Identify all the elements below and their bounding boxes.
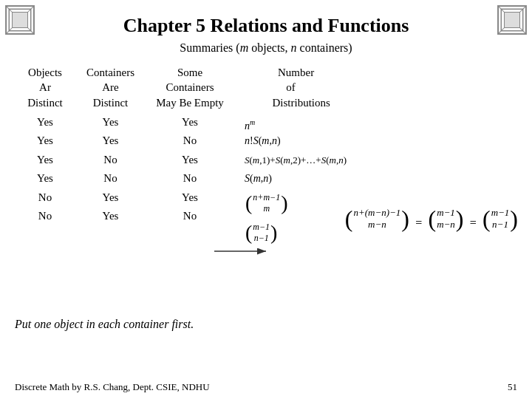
corner-decoration-tl — [4, 4, 35, 35]
col2-rows: Yes Yes No No Yes Yes — [75, 113, 146, 226]
put-object-text: Put one object in each container first. — [15, 318, 194, 331]
arrow-annotation — [214, 244, 273, 262]
col1-rows: Yes Yes Yes Yes No No — [15, 113, 75, 226]
corner-decoration-tr — [497, 4, 528, 35]
svg-rect-9 — [505, 13, 520, 28]
footer: Discrete Math by R.S. Chang, Dept. CSIE,… — [15, 381, 517, 393]
footer-right: 51 — [508, 381, 517, 393]
footer-left: Discrete Math by R.S. Chang, Dept. CSIE,… — [15, 381, 210, 393]
subtitle: Summaries (m objects, n containers) — [15, 41, 517, 55]
page-title: Chapter 5 Relations and Functions — [15, 15, 517, 37]
col2-header: ContainersAreDistinct — [75, 65, 146, 110]
col1-header: ObjectsArDistinct — [15, 65, 75, 110]
svg-rect-2 — [13, 13, 28, 28]
formula-block: ( n+(m−n)−1 m−n ) = ( m−1 m−n ) = ( — [344, 207, 519, 232]
col3-header: SomeContainersMay Be Empty — [146, 65, 234, 110]
col3-rows: Yes No Yes No Yes No — [146, 113, 234, 226]
slide: Chapter 5 Relations and Functions Summar… — [0, 0, 532, 399]
col4-header: Number of Distributions — [245, 65, 517, 110]
